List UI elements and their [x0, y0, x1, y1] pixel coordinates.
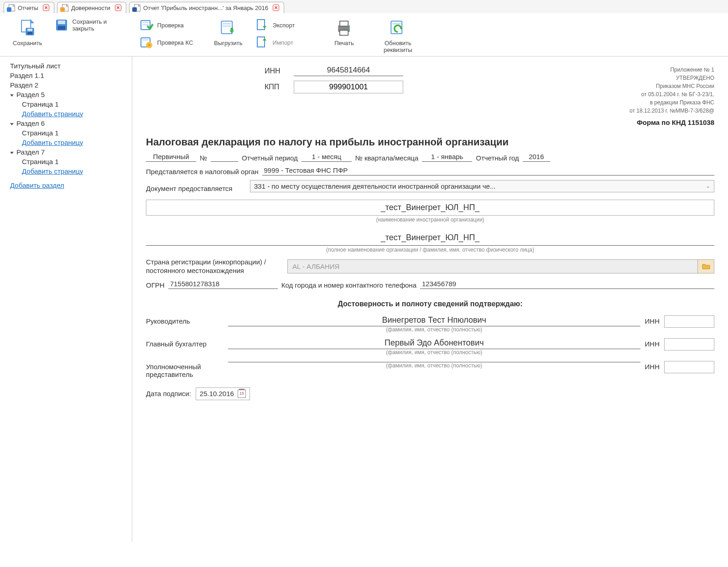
export-button-label: Выгрузить: [214, 40, 242, 46]
rep-inn-input[interactable]: [664, 361, 714, 373]
approval-line: в редакции Приказа ФНС: [629, 98, 714, 107]
check-ks-label: Проверка КС: [157, 39, 193, 46]
acct-role: Главный бухгалтер: [146, 338, 224, 348]
form-code: Форма по КНД 1151038: [629, 118, 714, 128]
sidebar-add-section[interactable]: Добавить раздел: [4, 180, 128, 190]
refresh-icon: [388, 18, 408, 38]
close-icon[interactable]: ×: [43, 5, 49, 11]
import-button[interactable]: Импорт: [255, 35, 295, 50]
head-inn-label: ИНН: [645, 315, 660, 325]
export-button[interactable]: Выгрузить: [214, 18, 242, 46]
sidebar-item-s7[interactable]: Раздел 7: [4, 147, 128, 157]
tab-label: Доверенности: [71, 5, 110, 11]
svg-rect-9: [142, 24, 149, 26]
check-button[interactable]: Проверка: [139, 18, 193, 32]
org-name-full-input[interactable]: _тест_Винегрет_ЮЛ_НП_: [146, 230, 714, 246]
sidebar-item-s7-add[interactable]: Добавить страницу: [4, 166, 128, 176]
refresh-button[interactable]: Обновить реквизиты: [380, 18, 416, 53]
sidebar-item-s2[interactable]: Раздел 2: [4, 80, 128, 90]
svg-rect-22: [340, 31, 348, 36]
print-icon: [334, 18, 354, 38]
ogrn-value[interactable]: 7155801278318: [168, 280, 278, 289]
head-name[interactable]: Винегретов Тест Нпюлович: [228, 315, 640, 326]
ogrn-label: ОГРН: [146, 281, 165, 289]
svg-rect-25: [393, 23, 401, 25]
period-value[interactable]: 1 - месяц: [302, 153, 352, 162]
export-file-icon: [255, 18, 269, 32]
page-title: Налоговая декларация по налогу на прибыл…: [146, 136, 714, 148]
save-button[interactable]: Сохранить: [13, 18, 42, 46]
content-area: ИНН 9645814664 КПП Приложение № 1 УТВЕРЖ…: [132, 57, 728, 541]
num-value[interactable]: [211, 160, 238, 162]
check-ks-icon: [139, 35, 154, 50]
toolbar: Сохранить Сохранить и закрыть Проверка: [0, 13, 728, 57]
num-label: №: [200, 154, 207, 162]
svg-rect-16: [223, 26, 231, 27]
tax-auth-label: Представляется в налоговый орган: [146, 168, 259, 175]
import-label: Импорт: [273, 39, 293, 46]
print-button[interactable]: Печать: [334, 18, 354, 46]
primary-value[interactable]: Первичный: [146, 153, 196, 162]
save-close-label: Сохранить и закрыть: [73, 18, 114, 32]
sidebar-item-s6-p1[interactable]: Страница 1: [4, 128, 128, 138]
doc-place-value: 331 - по месту осуществления деятельност…: [254, 182, 495, 190]
period-label: Отчетный период: [242, 154, 298, 162]
inn-value[interactable]: 9645814664: [294, 66, 403, 76]
org-name-short-input[interactable]: _тест_Винегрет_ЮЛ_НП_: [146, 200, 714, 216]
calendar-icon[interactable]: 15: [238, 390, 246, 398]
quarter-value[interactable]: 1 - январь: [422, 153, 472, 162]
acct-inn-input[interactable]: [664, 338, 714, 351]
acct-name[interactable]: Первый Эдо Абонентович: [228, 338, 640, 349]
country-value: AL - АЛБАНИЯ: [288, 260, 697, 273]
export-file-button[interactable]: Экспорт: [255, 18, 295, 32]
sidebar-item-s5-p1[interactable]: Страница 1: [4, 99, 128, 109]
acct-hint: (фамилия, имя, отчество (полностью): [386, 349, 482, 356]
close-icon[interactable]: ×: [273, 5, 279, 11]
check-ks-button[interactable]: Проверка КС: [139, 35, 193, 50]
sidebar-item-s11[interactable]: Раздел 1.1: [4, 71, 128, 80]
phone-label: Код города и номер контактного телефона: [281, 281, 416, 289]
svg-rect-11: [142, 39, 149, 41]
document-icon: [9, 4, 15, 11]
tab-label: Отчет 'Прибыль иностранн...' за Январь 2…: [143, 5, 268, 11]
svg-rect-2: [27, 29, 32, 31]
org-name-full-hint: (полное наименование организации / фамил…: [326, 247, 534, 253]
sidebar-item-title[interactable]: Титульный лист: [4, 61, 128, 71]
sign-date-input[interactable]: 25.10.2016 15: [196, 387, 250, 400]
quarter-label: № квартала/месяца: [355, 154, 419, 162]
org-name-short-hint: (наименование иностранной организации): [376, 216, 484, 223]
svg-rect-5: [58, 21, 65, 24]
tab-reports[interactable]: Отчеты ×: [4, 2, 54, 13]
head-role: Руководитель: [146, 315, 224, 325]
rep-role: Уполномоченный представитель: [146, 361, 224, 378]
tab-powers[interactable]: Доверенности ×: [57, 2, 126, 13]
close-icon[interactable]: ×: [115, 5, 121, 11]
sidebar-item-s5-add[interactable]: Добавить страницу: [4, 109, 128, 119]
sidebar-item-s7-p1[interactable]: Страница 1: [4, 157, 128, 166]
country-select[interactable]: AL - АЛБАНИЯ: [287, 259, 714, 273]
sidebar-item-s5[interactable]: Раздел 5: [4, 90, 128, 99]
save-close-icon: [54, 18, 69, 32]
head-inn-input[interactable]: [664, 315, 714, 328]
sign-date-label: Дата подписи:: [146, 390, 191, 397]
year-value[interactable]: 2016: [523, 153, 550, 162]
sidebar-item-s6-add[interactable]: Добавить страницу: [4, 138, 128, 147]
tab-label: Отчеты: [18, 5, 38, 11]
tab-report-profit[interactable]: Отчет 'Прибыль иностранн...' за Январь 2…: [129, 2, 284, 13]
sidebar: Титульный лист Раздел 1.1 Раздел 2 Разде…: [0, 57, 132, 541]
import-icon: [255, 35, 269, 50]
phone-value[interactable]: 123456789: [420, 280, 714, 289]
approval-line: УТВЕРЖДЕНО: [629, 74, 714, 82]
tax-auth-value[interactable]: 9999 - Тестовая ФНС ПФР: [262, 166, 714, 175]
doc-place-label: Документ предоставляется: [146, 185, 246, 192]
print-label: Печать: [334, 40, 354, 46]
approval-line: Приказом МНС России: [629, 82, 714, 90]
sidebar-item-s6[interactable]: Раздел 6: [4, 119, 128, 128]
document-icon: [62, 4, 68, 11]
save-close-button[interactable]: Сохранить и закрыть: [54, 18, 114, 32]
doc-place-select[interactable]: 331 - по месту осуществления деятельност…: [250, 180, 714, 192]
kpp-input[interactable]: [294, 81, 403, 93]
folder-icon[interactable]: [697, 260, 714, 273]
inn-label: ИНН: [265, 67, 287, 75]
rep-inn-label: ИНН: [645, 361, 660, 371]
